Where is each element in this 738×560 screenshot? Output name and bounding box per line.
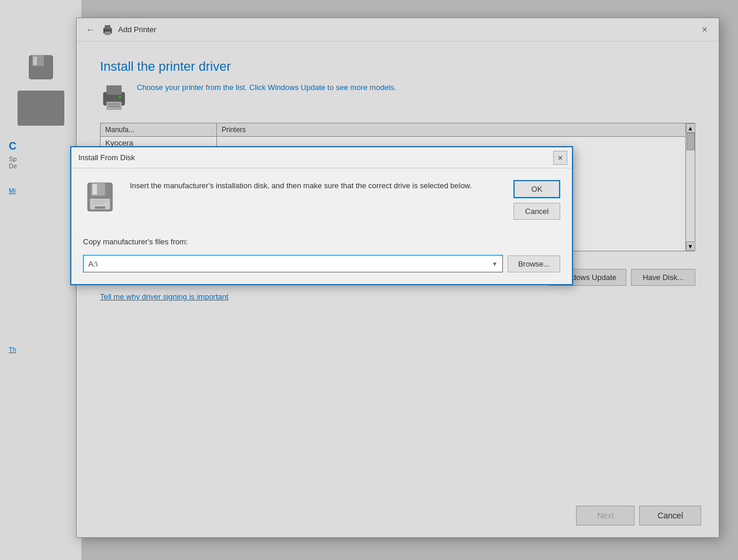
ok-button[interactable]: OK [513, 180, 560, 198]
svg-rect-27 [92, 203, 104, 204]
svg-rect-25 [95, 206, 105, 209]
svg-rect-26 [92, 201, 108, 202]
install-disk-title: Install From Disk [78, 153, 135, 162]
install-disk-titlebar: Install From Disk × [71, 147, 572, 168]
dropdown-arrow-icon: ▼ [492, 261, 498, 267]
ok-cancel-buttons: OK Cancel [513, 180, 560, 220]
install-disk-bottom-section: Copy manufacturer's files from: [83, 229, 560, 246]
svg-rect-23 [92, 184, 97, 195]
copy-input-area: A:\ ▼ Browse... [83, 255, 560, 272]
install-from-disk-dialog: Install From Disk × [70, 146, 573, 285]
install-disk-message: Insert the manufacturer's installation d… [130, 180, 502, 192]
copy-from-label: Copy manufacturer's files from: [83, 237, 188, 246]
browse-button[interactable]: Browse... [508, 255, 560, 272]
install-disk-top-section: Insert the manufacturer's installation d… [83, 180, 560, 220]
install-disk-close-button[interactable]: × [553, 151, 567, 165]
drive-select[interactable]: A:\ ▼ [83, 255, 503, 272]
drive-value: A:\ [88, 260, 98, 268]
install-disk-body: Insert the manufacturer's installation d… [71, 168, 572, 284]
cancel-button-disk[interactable]: Cancel [513, 203, 560, 220]
floppy-disk-icon [83, 180, 118, 215]
modal-overlay: Install From Disk × [0, 0, 738, 560]
